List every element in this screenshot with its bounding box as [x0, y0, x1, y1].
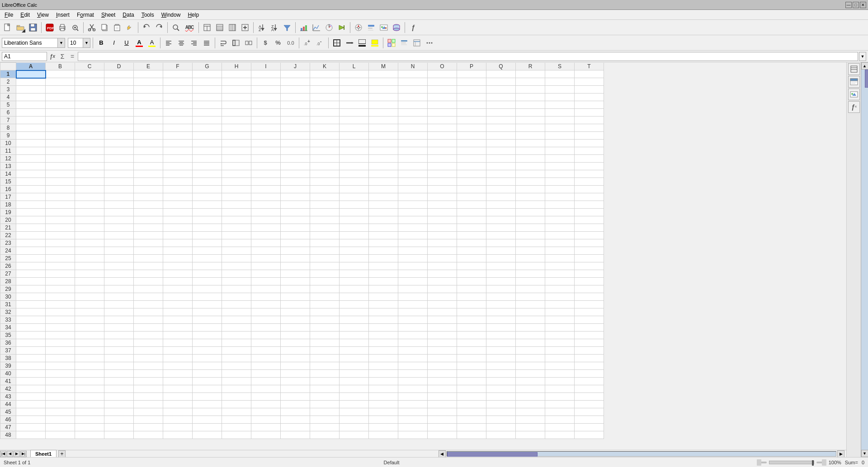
- cell-F26[interactable]: [163, 262, 193, 270]
- hscroll-track[interactable]: [447, 451, 837, 457]
- data-sources-button[interactable]: [391, 22, 402, 33]
- bold-button[interactable]: B: [95, 37, 107, 49]
- cell-K10[interactable]: [310, 140, 340, 147]
- cell-K6[interactable]: [310, 109, 340, 117]
- cell-O24[interactable]: [428, 247, 457, 255]
- cell-N33[interactable]: [398, 316, 428, 324]
- cell-M10[interactable]: [369, 140, 398, 147]
- formula-input[interactable]: [78, 52, 858, 61]
- cell-J47[interactable]: [281, 424, 310, 431]
- cell-S43[interactable]: [545, 393, 575, 401]
- cell-C38[interactable]: [75, 355, 104, 362]
- cell-R21[interactable]: [516, 224, 545, 232]
- cell-H44[interactable]: [222, 401, 251, 408]
- cell-G35[interactable]: [193, 332, 222, 339]
- cut-button[interactable]: [86, 22, 98, 33]
- cell-N15[interactable]: [398, 178, 428, 186]
- cell-C1[interactable]: [75, 70, 104, 78]
- cell-B23[interactable]: [46, 239, 75, 247]
- cell-H23[interactable]: [222, 239, 251, 247]
- row-header-7[interactable]: 7: [0, 117, 16, 124]
- cell-Q9[interactable]: [486, 132, 516, 140]
- wrap-text-button[interactable]: [217, 37, 229, 49]
- cell-Q20[interactable]: [486, 216, 516, 224]
- cell-A9[interactable]: [16, 132, 46, 140]
- cell-F18[interactable]: [163, 201, 193, 209]
- sheet-tab-sheet1[interactable]: Sheet1: [30, 450, 57, 457]
- cell-F32[interactable]: [163, 308, 193, 316]
- row-header-10[interactable]: 10: [0, 140, 16, 147]
- cell-Q39[interactable]: [486, 362, 516, 370]
- cell-Q37[interactable]: [486, 347, 516, 355]
- cell-H22[interactable]: [222, 232, 251, 239]
- cell-K23[interactable]: [310, 239, 340, 247]
- cell-L42[interactable]: [340, 385, 369, 393]
- cell-P28[interactable]: [457, 278, 486, 285]
- cell-Q48[interactable]: [486, 431, 516, 439]
- cell-I43[interactable]: [251, 393, 281, 401]
- cell-R26[interactable]: [516, 262, 545, 270]
- cell-H39[interactable]: [222, 362, 251, 370]
- undo-button[interactable]: [141, 22, 152, 33]
- cell-K15[interactable]: [310, 178, 340, 186]
- merge-cols-button[interactable]: [226, 22, 238, 33]
- cell-G2[interactable]: [193, 78, 222, 86]
- cell-L5[interactable]: [340, 101, 369, 109]
- styles-panel-button[interactable]: [848, 76, 860, 88]
- cell-N12[interactable]: [398, 155, 428, 163]
- col-header-P[interactable]: P: [457, 63, 486, 70]
- cell-O19[interactable]: [428, 209, 457, 216]
- cell-K31[interactable]: [310, 301, 340, 308]
- cell-N2[interactable]: [398, 78, 428, 86]
- cell-P9[interactable]: [457, 132, 486, 140]
- gallery-button[interactable]: [378, 22, 390, 33]
- cell-R8[interactable]: [516, 124, 545, 132]
- cell-Q35[interactable]: [486, 332, 516, 339]
- cell-O5[interactable]: [428, 101, 457, 109]
- cell-M16[interactable]: [369, 186, 398, 193]
- cell-J39[interactable]: [281, 362, 310, 370]
- col-header-J[interactable]: J: [281, 63, 310, 70]
- cell-S48[interactable]: [545, 431, 575, 439]
- cell-J28[interactable]: [281, 278, 310, 285]
- cell-T18[interactable]: [575, 201, 604, 209]
- macros-button[interactable]: [323, 22, 335, 33]
- row-header-19[interactable]: 19: [0, 209, 16, 216]
- cell-E48[interactable]: [134, 431, 163, 439]
- functions-panel-button[interactable]: ƒx: [848, 101, 860, 113]
- cell-D25[interactable]: [104, 255, 134, 262]
- cell-Q24[interactable]: [486, 247, 516, 255]
- cell-D13[interactable]: [104, 163, 134, 170]
- cell-S47[interactable]: [545, 424, 575, 431]
- cell-Q16[interactable]: [486, 186, 516, 193]
- cell-B33[interactable]: [46, 316, 75, 324]
- cell-N3[interactable]: [398, 86, 428, 93]
- cell-C9[interactable]: [75, 132, 104, 140]
- row-header-6[interactable]: 6: [0, 109, 16, 117]
- cell-K46[interactable]: [310, 416, 340, 424]
- cell-B32[interactable]: [46, 308, 75, 316]
- cell-J35[interactable]: [281, 332, 310, 339]
- cell-J16[interactable]: [281, 186, 310, 193]
- save-button[interactable]: [27, 22, 39, 33]
- cell-D33[interactable]: [104, 316, 134, 324]
- cell-R32[interactable]: [516, 308, 545, 316]
- cell-K39[interactable]: [310, 362, 340, 370]
- cell-K5[interactable]: [310, 101, 340, 109]
- cell-L40[interactable]: [340, 370, 369, 378]
- cell-N31[interactable]: [398, 301, 428, 308]
- cell-C44[interactable]: [75, 401, 104, 408]
- cell-N45[interactable]: [398, 408, 428, 416]
- cell-T28[interactable]: [575, 278, 604, 285]
- cell-H28[interactable]: [222, 278, 251, 285]
- cell-D44[interactable]: [104, 401, 134, 408]
- cell-M34[interactable]: [369, 324, 398, 332]
- cell-C32[interactable]: [75, 308, 104, 316]
- cell-O38[interactable]: [428, 355, 457, 362]
- cell-P46[interactable]: [457, 416, 486, 424]
- cell-Q26[interactable]: [486, 262, 516, 270]
- cell-H8[interactable]: [222, 124, 251, 132]
- cell-H42[interactable]: [222, 385, 251, 393]
- cell-M2[interactable]: [369, 78, 398, 86]
- cell-R5[interactable]: [516, 101, 545, 109]
